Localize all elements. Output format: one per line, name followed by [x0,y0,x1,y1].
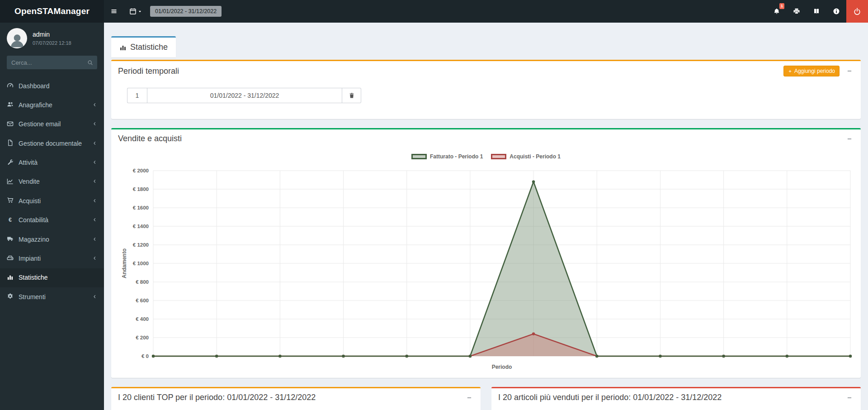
sidebar-item-label: Strumenti [19,294,92,300]
chevron-left-icon [92,294,97,300]
app-logo[interactable]: OpenSTAManager [0,0,104,23]
chevron-left-icon [92,159,97,166]
search-input[interactable] [7,56,83,69]
chevron-left-icon [92,198,97,205]
bottom-row: I 20 clienti TOP per il periodo: 01/01/2… [111,387,861,410]
sidebar-item-label: Gestione email [19,121,92,128]
minus-icon [847,68,852,74]
sidebar-item-impianti[interactable]: Impianti [0,249,104,268]
calendar-button[interactable] [124,0,147,23]
sidebar-item-statistiche[interactable]: Statistiche [0,268,104,287]
top-clients-panel: I 20 clienti TOP per il periodo: 01/01/2… [111,387,481,410]
period-date-input[interactable] [147,88,342,103]
chevron-left-icon [92,217,97,224]
legend-item[interactable]: Fatturato - Periodo 1 [411,153,483,160]
svg-text:€ 1600: € 1600 [133,205,149,210]
sidebar-item-gestione-documentale[interactable]: Gestione documentale [0,134,104,153]
file-icon [7,139,19,148]
sidebar-item-label: Anagrafiche [19,102,92,109]
chart-line-icon [7,178,19,186]
sales-panel-body: Fatturato - Periodo 1Acquisti - Periodo … [111,148,861,378]
top-articles-panel: I 20 articoli più venduti per il periodo… [491,387,861,410]
legend-label: Fatturato - Periodo 1 [430,153,483,160]
sidebar-item-contabilita[interactable]: €Contabilità [0,211,104,230]
svg-text:€ 2000: € 2000 [133,168,149,173]
avatar [7,28,27,48]
user-icon [9,28,26,48]
sales-panel-header: Vendite e acquisti [111,129,861,148]
svg-text:€ 600: € 600 [136,298,149,303]
user-name: admin [33,31,71,38]
search-button[interactable] [83,56,97,69]
legend-swatch [411,154,427,159]
sidebar-item-gestione-email[interactable]: Gestione email [0,115,104,134]
sidebar-item-label: Magazzino [19,236,92,243]
sidebar-item-acquisti[interactable]: Acquisti [0,191,104,210]
add-period-button[interactable]: Aggiungi periodo [783,66,840,76]
sidebar-item-label: Gestione documentale [19,140,92,147]
sidebar-item-vendite[interactable]: Vendite [0,172,104,191]
delete-period-button[interactable] [342,88,361,103]
power-icon [854,8,861,15]
chart-legend: Fatturato - Periodo 1Acquisti - Periodo … [118,152,854,162]
chevron-left-icon [92,140,97,147]
add-period-label: Aggiungi periodo [794,68,835,74]
cart-icon [7,197,19,205]
svg-text:€ 1000: € 1000 [133,261,149,266]
manual-button[interactable] [807,0,826,23]
bar-chart-icon [119,44,127,51]
sales-chart-svg: € 0€ 200€ 400€ 600€ 800€ 1000€ 1200€ 140… [118,162,853,372]
sidebar-item-strumenti[interactable]: Strumenti [0,287,104,306]
topbar-actions: 1 [767,0,868,23]
plus-icon [788,69,792,73]
chevron-left-icon [92,178,97,185]
calendar-icon [129,8,137,15]
collapse-clients-button[interactable] [465,394,474,401]
sidebar-item-label: Vendite [19,178,92,185]
chart-y-axis-label: Andamento [121,248,127,278]
user-login-datetime: 07/07/2022 12:18 [33,40,71,46]
notification-badge: 1 [779,3,784,9]
topbar-spacer [222,0,767,23]
top-articles-title: I 20 articoli più venduti per il periodo… [498,393,845,402]
sidebar-item-anagrafiche[interactable]: Anagrafiche [0,95,104,114]
print-button[interactable] [787,0,807,23]
user-panel: admin 07/07/2022 12:18 [0,23,104,53]
top-clients-title: I 20 clienti TOP per il periodo: 01/01/2… [118,393,465,402]
search-icon [87,60,93,66]
sidebar-item-attivita[interactable]: Attività [0,153,104,172]
sidebar-item-label: Statistiche [19,274,97,281]
sidebar-item-magazzino[interactable]: Magazzino [0,230,104,249]
collapse-sales-button[interactable] [845,135,854,143]
info-button[interactable] [826,0,846,23]
sidebar-toggle-button[interactable] [104,0,124,23]
date-range-badge[interactable]: 01/01/2022 - 31/12/2022 [150,6,222,17]
sidebar-item-dashboard[interactable]: Dashboard [0,76,104,95]
sales-panel: Vendite e acquisti Fatturato - Periodo 1… [111,128,861,378]
period-row: 1 [127,88,854,103]
sidebar-item-label: Dashboard [19,83,97,90]
legend-item[interactable]: Acquisti - Periodo 1 [491,153,561,160]
dashboard-icon [7,82,19,90]
notifications-button[interactable]: 1 [767,0,787,23]
svg-text:€ 1400: € 1400 [133,224,149,229]
hdd-icon [7,255,19,263]
collapse-articles-button[interactable] [845,394,854,401]
svg-text:€ 0: € 0 [142,353,149,359]
collapse-periods-button[interactable] [845,67,854,75]
logout-button[interactable] [846,0,868,23]
tab-label: Statistiche [130,43,168,52]
top-articles-body [491,407,861,410]
top-clients-body [111,407,481,410]
sidebar-item-label: Contabilità [19,217,92,224]
chevron-left-icon [92,102,97,109]
periods-panel-body: 1 [111,81,861,119]
users-icon [7,101,19,109]
tab-statistiche[interactable]: Statistiche [111,36,176,57]
svg-text:€ 800: € 800 [136,279,149,285]
printer-icon [793,8,800,15]
periods-panel: Periodi temporali Aggiungi periodo 1 [111,60,861,119]
main-content: Statistiche Periodi temporali Aggiungi p… [104,0,868,410]
legend-label: Acquisti - Periodo 1 [509,153,561,160]
chart-x-axis-label: Periodo [492,364,512,370]
